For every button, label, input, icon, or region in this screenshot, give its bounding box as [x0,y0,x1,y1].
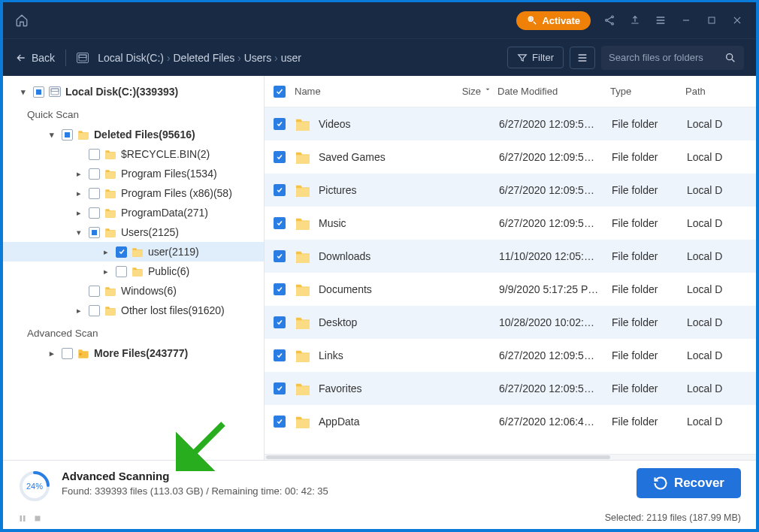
row-checkbox[interactable] [274,118,286,130]
col-size[interactable]: Size [445,86,497,97]
tree-item[interactable]: $RECYCLE.BIN(2) [3,144,264,164]
checkbox[interactable] [89,305,100,316]
bottom-bar: 24% Advanced Scanning Found: 339393 file… [3,460,756,529]
tree-label: user(2119) [148,246,199,258]
table-row[interactable]: Saved Games6/27/2020 12:09:5…File folder… [265,141,756,174]
table-row[interactable]: Desktop10/28/2020 10:02:…File folderLoca… [265,306,756,339]
row-checkbox[interactable] [274,382,286,394]
breadcrumb-item[interactable]: user [281,52,301,64]
cell-name: Downloads [319,250,446,262]
col-date[interactable]: Date Modified [497,86,610,97]
tree-item[interactable]: ▸ProgramData(271) [3,203,264,222]
checkbox[interactable] [33,86,44,98]
row-checkbox[interactable] [274,184,286,196]
close-icon[interactable] [730,14,744,27]
maximize-icon[interactable] [705,14,718,27]
row-checkbox[interactable] [274,217,286,229]
tree-item[interactable]: ▾Users(2125) [3,222,264,242]
row-checkbox[interactable] [274,349,286,361]
col-type[interactable]: Type [610,86,685,97]
tree-item[interactable]: ▸Program Files (x86)(58) [3,183,264,203]
menu-icon[interactable] [654,14,667,27]
home-icon[interactable] [15,14,29,27]
svg-rect-15 [23,515,26,521]
list-view-button[interactable] [570,47,595,69]
row-checkbox[interactable] [274,416,286,428]
filter-button[interactable]: Filter [507,47,564,68]
tree-item[interactable]: ▸Public(6) [3,261,264,281]
tree-more-files[interactable]: ▸ More Files(243777) [3,343,264,363]
tree-item[interactable]: Windows(6) [3,281,264,301]
checkbox[interactable] [89,286,100,297]
row-checkbox[interactable] [274,250,286,262]
share-icon[interactable] [603,14,616,27]
breadcrumb-item[interactable]: Local Disk(C:) [98,52,164,64]
checkbox[interactable] [62,348,73,359]
minimize-icon[interactable] [679,14,693,27]
tree-label: Users(2125) [121,226,179,238]
table-row[interactable]: Music6/27/2020 12:09:5…File folderLocal … [265,207,756,240]
tree-item[interactable]: ▾Deleted Files(95616) [3,125,264,144]
horizontal-scrollbar[interactable] [265,454,756,460]
col-name[interactable]: Name [295,86,445,97]
breadcrumb-item[interactable]: Users [244,52,272,64]
checkbox[interactable] [89,149,100,160]
back-button[interactable]: Back [15,52,55,64]
folder-icon [295,283,311,296]
tree-item[interactable]: ▸Other lost files(91620) [3,301,264,320]
tree-item[interactable]: ▸Program Files(1534) [3,164,264,183]
checkbox[interactable] [89,207,100,219]
cell-name: Music [319,217,446,229]
titlebar: Activate [3,2,756,38]
stop-button[interactable] [33,514,42,523]
table-row[interactable]: Favorites6/27/2020 12:09:5…File folderLo… [265,372,756,405]
table-row[interactable]: Pictures6/27/2020 12:09:5…File folderLoc… [265,174,756,207]
search-placeholder: Search files or folders [609,52,724,63]
recover-button[interactable]: Recover [637,468,741,498]
table-row[interactable]: AppData6/27/2020 12:06:4…File folderLoca… [265,405,756,438]
col-path[interactable]: Path [685,86,747,97]
row-checkbox[interactable] [274,316,286,328]
table-row[interactable]: Videos6/27/2020 12:09:5…File folderLocal… [265,107,756,141]
search-input[interactable]: Search files or folders [601,46,744,70]
tree-root[interactable]: ▾ Local Disk(C:)(339393) [3,82,264,101]
progress-percent: 24% [18,470,51,503]
breadcrumb: Local Disk(C:) › Deleted Files › Users ›… [77,52,301,64]
folder-icon [295,117,311,131]
row-checkbox[interactable] [274,283,286,295]
file-list-body[interactable]: Videos6/27/2020 12:09:5…File folderLocal… [265,107,756,454]
cell-path: Local D [687,118,747,130]
cell-date: 6/27/2020 12:06:4… [499,416,612,428]
row-checkbox[interactable] [274,151,286,163]
folder-icon [295,415,311,428]
cell-path: Local D [687,316,747,328]
folder-icon [295,216,311,230]
checkbox[interactable] [62,129,73,141]
breadcrumb-item[interactable]: Deleted Files [173,52,234,64]
checkbox[interactable] [89,227,100,238]
table-row[interactable]: Downloads11/10/2020 12:05:…File folderLo… [265,240,756,273]
cell-path: Local D [687,349,747,361]
checkbox[interactable] [89,168,100,180]
checkbox[interactable] [116,246,127,258]
divider [65,50,66,66]
svg-rect-16 [35,516,41,521]
cell-name: Favorites [319,382,446,394]
disk-icon [77,53,89,63]
cell-name: Documents [319,283,446,295]
pause-button[interactable] [18,514,27,523]
activate-button[interactable]: Activate [516,11,591,30]
svg-rect-14 [20,515,23,521]
checkbox[interactable] [116,266,127,277]
table-row[interactable]: Documents9/9/2020 5:17:25 P…File folderL… [265,273,756,306]
checkbox[interactable] [89,188,100,199]
select-all-checkbox[interactable] [274,86,286,98]
tree-label: Program Files(1534) [121,168,217,180]
upload-icon[interactable] [628,14,642,27]
tree-label: ProgramData(271) [121,207,208,219]
cell-name: Saved Games [319,151,446,163]
file-list: Name Size Date Modified Type Path Videos… [265,76,756,460]
table-row[interactable]: Links6/27/2020 12:09:5…File folderLocal … [265,339,756,372]
tree-item[interactable]: ▸user(2119) [3,242,264,261]
search-icon [724,52,736,64]
